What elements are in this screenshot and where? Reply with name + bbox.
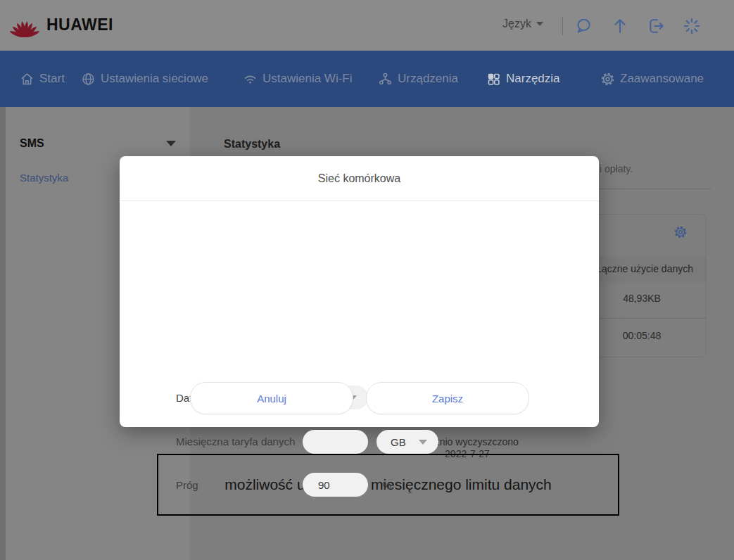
sidebar-section-sms[interactable]: SMS [20, 137, 176, 150]
message-icon[interactable] [574, 17, 593, 35]
threshold-unit: % [382, 479, 391, 491]
update-icon[interactable] [611, 17, 629, 35]
nav-item-network-settings[interactable]: Ustawienia sieciowe [81, 51, 208, 107]
loading-icon[interactable] [683, 17, 701, 35]
nav-item-tools[interactable]: Narzędzia [486, 51, 560, 107]
wifi-icon [243, 72, 258, 87]
settings-gear-icon[interactable] [673, 225, 688, 239]
brand-name: HUAWEI [46, 15, 113, 34]
router-admin-screen: HUAWEI Język [0, 0, 734, 560]
header: HUAWEI Język [0, 0, 734, 51]
dialog-title: Sieć komórkowa [120, 172, 599, 185]
main-nav: Start Ustawienia sieciowe Ustawienia Wi-… [0, 51, 734, 107]
cellular-network-dialog: Sieć komórkowa Data rozpoczęcia 1 Miesię… [120, 156, 599, 427]
language-dropdown[interactable]: Język [502, 18, 543, 30]
threshold-field [303, 473, 368, 497]
gear-icon [600, 72, 615, 87]
nav-item-advanced[interactable]: Zaawansowane [600, 51, 704, 107]
nav-label: Start [39, 72, 65, 86]
column-header-total-data: Łączne użycie danych [596, 263, 693, 274]
chevron-down-icon [166, 141, 176, 146]
nav-label: Ustawienia Wi-Fi [262, 72, 353, 86]
devices-icon [378, 72, 393, 87]
tools-grid-icon [486, 72, 501, 87]
table-cell-duration: 00:05:48 [589, 330, 695, 341]
data-unit-select[interactable]: GB [377, 430, 438, 454]
threshold-input[interactable] [318, 473, 357, 497]
save-button[interactable]: Zapisz [366, 382, 529, 414]
header-divider [562, 17, 563, 35]
nav-label: Urządzenia [398, 72, 458, 86]
nav-label: Ustawienia sieciowe [101, 72, 208, 86]
chevron-down-icon [536, 22, 543, 26]
logout-icon[interactable] [647, 17, 666, 35]
monthly-data-plan-input[interactable] [318, 430, 357, 454]
data-unit-value: GB [391, 436, 406, 448]
table-cell-total-data: 48,93KB [589, 293, 695, 304]
dialog-title-divider [120, 201, 599, 201]
cancel-button[interactable]: Anuluj [190, 382, 353, 414]
monthly-data-plan-label: Miesięczna taryfa danych [176, 435, 295, 447]
language-label: Język [502, 18, 531, 30]
threshold-label: Próg [176, 479, 198, 491]
nav-label: Zaawansowane [620, 72, 704, 86]
sidebar-item-statystyka[interactable]: Statystyka [20, 172, 68, 184]
chevron-down-icon [419, 440, 427, 445]
nav-item-wifi-settings[interactable]: Ustawienia Wi-Fi [243, 51, 353, 107]
huawei-logo-icon [8, 10, 41, 39]
nav-item-devices[interactable]: Urządzenia [378, 51, 458, 107]
page-title: Statystyka [224, 138, 280, 151]
intro-text-fragment: i opłaty. [600, 163, 633, 174]
brand: HUAWEI [8, 10, 113, 39]
globe-icon [81, 72, 96, 87]
sidebar-section-label: SMS [20, 137, 44, 150]
page-left-edge [0, 107, 6, 560]
nav-item-start[interactable]: Start [20, 51, 65, 107]
monthly-data-plan-field [303, 430, 368, 454]
home-icon [20, 72, 34, 87]
nav-label: Narzędzia [506, 72, 560, 86]
